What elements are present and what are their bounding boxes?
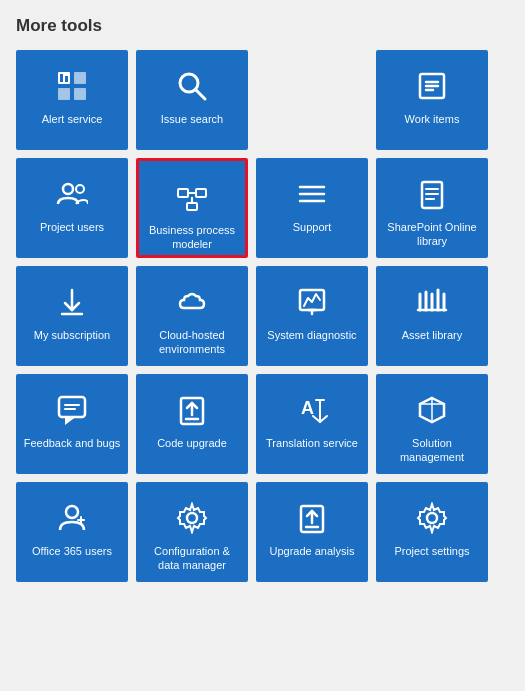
- subscription-icon: [54, 284, 90, 320]
- svg-point-12: [63, 184, 73, 194]
- tile-system-diagnostic[interactable]: System diagnostic: [256, 266, 368, 366]
- system-diagnostic-label: System diagnostic: [261, 328, 362, 342]
- tile-feedback-and-bugs[interactable]: Feedback and bugs: [16, 374, 128, 474]
- workitems-icon: [414, 68, 450, 104]
- work-items-label: Work items: [399, 112, 466, 126]
- tile-project-settings[interactable]: Project settings: [376, 482, 488, 582]
- tile-business-process-modeler[interactable]: Business process modeler: [136, 158, 248, 258]
- tile-cloud-hosted-environments[interactable]: Cloud-hosted environments: [136, 266, 248, 366]
- upgrade-analysis-label: Upgrade analysis: [264, 544, 361, 558]
- tile-support[interactable]: Support: [256, 158, 368, 258]
- alert-icon: [54, 68, 90, 104]
- tile-solution-management[interactable]: Solution management: [376, 374, 488, 474]
- tile-code-upgrade[interactable]: Code upgrade: [136, 374, 248, 474]
- svg-rect-3: [74, 88, 86, 100]
- project-users-label: Project users: [34, 220, 110, 234]
- tile-project-users[interactable]: Project users: [16, 158, 128, 258]
- project-settings-label: Project settings: [388, 544, 475, 558]
- svg-text:A: A: [301, 398, 314, 418]
- alert-service-label: Alert service: [36, 112, 109, 126]
- svg-point-13: [76, 185, 84, 193]
- svg-point-55: [427, 513, 437, 523]
- sharepoint-icon: [414, 176, 450, 212]
- cloud-hosted-environments-label: Cloud-hosted environments: [136, 328, 248, 357]
- svg-point-51: [187, 513, 197, 523]
- svg-rect-0: [58, 72, 70, 84]
- svg-rect-37: [59, 397, 85, 417]
- codeupgrade-icon: [174, 392, 210, 428]
- page-title: More tools: [16, 16, 509, 36]
- tile-empty-row1col3: [256, 50, 368, 150]
- tile-empty-row5col4: [16, 590, 128, 690]
- tile-my-subscription[interactable]: My subscription: [16, 266, 128, 366]
- tile-issue-search[interactable]: Issue search: [136, 50, 248, 150]
- office-365-users-label: Office 365 users: [26, 544, 118, 558]
- tools-grid: Alert service Issue search Wor: [16, 50, 509, 690]
- tile-sharepoint-online-library[interactable]: SharePoint Online library: [376, 158, 488, 258]
- tile-office-365-users[interactable]: Office 365 users: [16, 482, 128, 582]
- bpm-icon: [174, 179, 210, 215]
- translation-icon: A: [294, 392, 330, 428]
- tile-alert-service[interactable]: Alert service: [16, 50, 128, 150]
- my-subscription-label: My subscription: [28, 328, 116, 342]
- translation-service-label: Translation service: [260, 436, 364, 450]
- issue-search-label: Issue search: [155, 112, 229, 126]
- config-icon: [174, 500, 210, 536]
- support-icon: [294, 176, 330, 212]
- tile-configuration-data-manager[interactable]: Configuration & data manager: [136, 482, 248, 582]
- svg-rect-14: [178, 189, 188, 197]
- business-process-modeler-label: Business process modeler: [139, 223, 245, 252]
- assetlibrary-icon: [414, 284, 450, 320]
- page-container: More tools Alert service: [0, 0, 525, 691]
- projectusers-icon: [54, 176, 90, 212]
- solution-icon: [414, 392, 450, 428]
- svg-rect-1: [74, 72, 86, 84]
- sharepoint-online-library-label: SharePoint Online library: [376, 220, 488, 249]
- tile-work-items[interactable]: Work items: [376, 50, 488, 150]
- support-label: Support: [287, 220, 338, 234]
- tile-asset-library[interactable]: Asset library: [376, 266, 488, 366]
- tile-translation-service[interactable]: A Translation service: [256, 374, 368, 474]
- feedback-and-bugs-label: Feedback and bugs: [18, 436, 127, 450]
- code-upgrade-label: Code upgrade: [151, 436, 233, 450]
- svg-rect-17: [187, 203, 197, 210]
- svg-rect-15: [196, 189, 206, 197]
- configuration-data-manager-label: Configuration & data manager: [136, 544, 248, 573]
- diagnostic-icon: [294, 284, 330, 320]
- feedback-icon: [54, 392, 90, 428]
- upgradeanalysis-icon: [294, 500, 330, 536]
- svg-line-7: [196, 90, 205, 99]
- svg-rect-2: [58, 88, 70, 100]
- projectsettings-icon: [414, 500, 450, 536]
- asset-library-label: Asset library: [396, 328, 469, 342]
- svg-rect-4: [60, 74, 63, 82]
- svg-rect-5: [65, 76, 68, 82]
- office365-icon: [54, 500, 90, 536]
- svg-point-48: [66, 506, 78, 518]
- tile-upgrade-analysis[interactable]: Upgrade analysis: [256, 482, 368, 582]
- cloud-icon: [174, 284, 210, 320]
- solution-management-label: Solution management: [376, 436, 488, 465]
- search-icon: [174, 68, 210, 104]
